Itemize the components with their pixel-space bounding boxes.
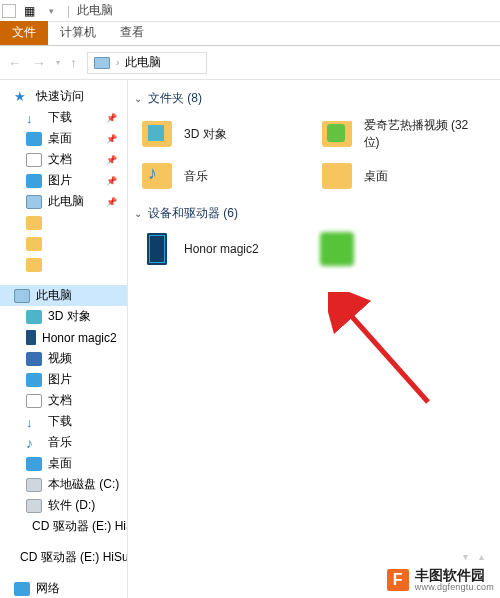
sidebar-downloads-2[interactable]: ↓ 下载 [0,411,127,432]
sidebar-item-label: 3D 对象 [48,308,91,325]
download-icon: ↓ [26,111,42,125]
drive-icon [26,478,42,492]
item-redacted-device[interactable] [318,230,488,268]
group-header-label: 设备和驱动器 (6) [148,205,238,222]
address-bar[interactable]: › 此电脑 [87,52,207,74]
sidebar-item-label: 网络 [36,580,60,597]
chevron-down-icon: ⌄ [134,208,142,219]
network-icon [14,582,30,596]
sidebar-redacted[interactable] [0,212,127,233]
sidebar-this-pc[interactable]: 此电脑 [0,285,127,306]
music-icon: ♪ [26,436,42,450]
document-icon [26,153,42,167]
qat-dropdown-icon[interactable]: ▾ [42,3,60,19]
sidebar-cd-e[interactable]: CD 驱动器 (E:) HiS [0,516,127,537]
tab-file[interactable]: 文件 [0,21,48,45]
item-iqiyi[interactable]: 爱奇艺热播视频 (32 位) [318,115,488,153]
sidebar-phone[interactable]: Honor magic2 [0,327,127,348]
title-bar: ▦ ▾ | 此电脑 [0,0,500,22]
chevron-down-icon: ⌄ [134,93,142,104]
sidebar-quick-access[interactable]: ★ 快速访问 [0,86,127,107]
sidebar-item-label: 图片 [48,172,72,189]
details-pane-toggle-icon[interactable]: ▾ ▴ [463,551,488,562]
history-dropdown-icon[interactable]: ▾ [56,58,60,67]
sidebar-drive-d[interactable]: 软件 (D:) [0,495,127,516]
desktop-icon [26,457,42,471]
sidebar-item-label: 下载 [48,109,72,126]
content-pane: ⌄ 文件夹 (8) 3D 对象 爱奇艺热播视频 (32 位) 音乐 桌面 ⌄ [128,80,500,598]
sidebar-pictures-2[interactable]: 图片 [0,369,127,390]
item-3d-objects[interactable]: 3D 对象 [138,115,308,153]
watermark-url: www.dgfengtu.com [415,583,494,592]
sidebar-pictures[interactable]: 图片 📌 [0,170,127,191]
sidebar-documents-2[interactable]: 文档 [0,390,127,411]
drive-icon [26,499,42,513]
star-icon: ★ [14,90,30,104]
sidebar-item-label: 图片 [48,371,72,388]
pin-icon: 📌 [106,176,117,186]
download-icon: ↓ [26,415,42,429]
sidebar-item-label: 桌面 [48,455,72,472]
sidebar-item-label: CD 驱动器 (E:) HiS [32,518,127,535]
sidebar-item-label: CD 驱动器 (E:) HiSui [20,549,127,566]
system-icon [2,4,16,18]
sidebar-videos[interactable]: 视频 [0,348,127,369]
sidebar-drive-c[interactable]: 本地磁盘 (C:) [0,474,127,495]
watermark-title: 丰图软件园 [415,568,494,583]
sidebar-redacted[interactable] [0,254,127,275]
item-desktop[interactable]: 桌面 [318,157,488,195]
navigation-bar: ← → ▾ ↑ › 此电脑 [0,46,500,80]
item-honor-magic2[interactable]: Honor magic2 [138,230,308,268]
pictures-icon [26,373,42,387]
pictures-icon [26,174,42,188]
sidebar-desktop[interactable]: 桌面 📌 [0,128,127,149]
group-header-devices[interactable]: ⌄ 设备和驱动器 (6) [134,205,496,222]
group-header-folders[interactable]: ⌄ 文件夹 (8) [134,90,496,107]
folders-group: 3D 对象 爱奇艺热播视频 (32 位) 音乐 桌面 [138,115,496,195]
up-button[interactable]: ↑ [70,55,77,71]
item-music[interactable]: 音乐 [138,157,308,195]
desktop-icon [26,132,42,146]
sidebar-downloads[interactable]: ↓ 下载 📌 [0,107,127,128]
pin-icon: 📌 [106,155,117,165]
phone-icon [26,330,36,345]
sidebar-item-label: 快速访问 [36,88,84,105]
qat-properties-icon[interactable]: ▦ [20,3,38,19]
sidebar-item-label: 此电脑 [48,193,84,210]
sidebar-item-label: 本地磁盘 (C:) [48,476,119,493]
app-icon [320,232,354,266]
pin-icon: 📌 [106,113,117,123]
sidebar-item-label: Honor magic2 [42,331,117,345]
breadcrumb-chevron-icon: › [116,57,119,68]
sidebar-redacted[interactable] [0,233,127,254]
ribbon-tabs: 文件 计算机 查看 [0,22,500,46]
sidebar-item-label: 视频 [48,350,72,367]
sidebar-item-label: 文档 [48,151,72,168]
nav-arrows: ← → ▾ ↑ [8,55,77,71]
this-pc-icon [94,57,110,69]
item-label: Honor magic2 [184,242,259,256]
item-label: 3D 对象 [184,126,227,143]
sidebar-documents[interactable]: 文档 📌 [0,149,127,170]
folder-icon [142,121,172,147]
sidebar-this-pc-quick[interactable]: 此电脑 📌 [0,191,127,212]
sidebar-desktop-2[interactable]: 桌面 [0,453,127,474]
3d-objects-icon [26,310,42,324]
watermark: F 丰图软件园 www.dgfengtu.com [387,568,494,592]
this-pc-icon [26,195,42,209]
tab-computer[interactable]: 计算机 [48,21,108,45]
folder-icon [322,163,352,189]
back-button[interactable]: ← [8,55,22,71]
sidebar-music[interactable]: ♪ 音乐 [0,432,127,453]
tab-view[interactable]: 查看 [108,21,156,45]
phone-icon [147,233,167,265]
document-icon [26,394,42,408]
item-label: 桌面 [364,168,388,185]
forward-button[interactable]: → [32,55,46,71]
navigation-pane: ★ 快速访问 ↓ 下载 📌 桌面 📌 文档 📌 图片 📌 此电脑 📌 [0,80,128,598]
sidebar-cd-e-root[interactable]: CD 驱动器 (E:) HiSui [0,547,127,568]
sidebar-network[interactable]: 网络 [0,578,127,598]
sidebar-item-label: 软件 (D:) [48,497,95,514]
group-header-label: 文件夹 (8) [148,90,202,107]
sidebar-3d-objects[interactable]: 3D 对象 [0,306,127,327]
